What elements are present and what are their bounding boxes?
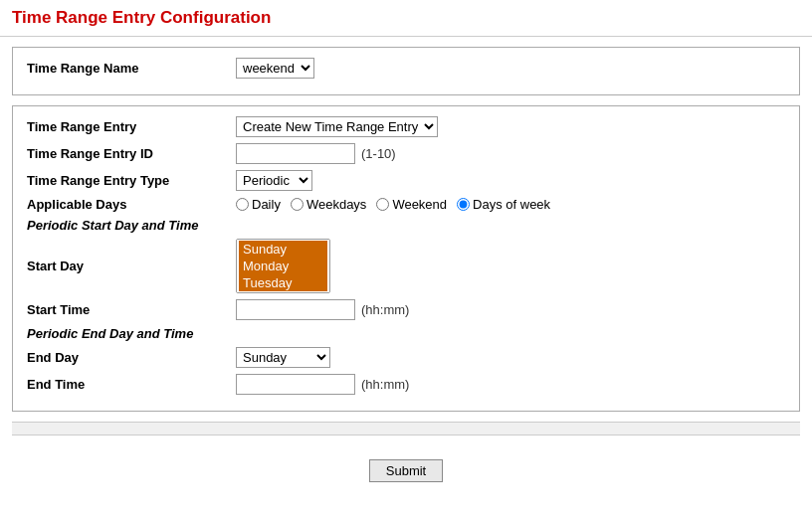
radio-days-of-week[interactable] xyxy=(457,198,470,211)
radio-weekdays-label: Weekdays xyxy=(306,197,366,212)
end-day-row: End Day Sunday Monday Tuesday Wednesday … xyxy=(27,347,785,368)
entry-id-hint: (1-10) xyxy=(361,146,396,161)
applicable-days-control: Daily Weekdays Weekend Days of week xyxy=(236,197,550,212)
time-range-name-select[interactable]: weekend weekday daily xyxy=(236,58,314,79)
radio-weekend-item: Weekend xyxy=(376,197,447,212)
time-range-entry-row: Time Range Entry Create New Time Range E… xyxy=(27,116,785,137)
entry-type-label: Time Range Entry Type xyxy=(27,173,236,188)
radio-daily-label: Daily xyxy=(252,197,281,212)
scrollbar-area[interactable] xyxy=(12,422,800,435)
entry-section: Time Range Entry Create New Time Range E… xyxy=(12,105,800,412)
start-time-control: (hh:mm) xyxy=(236,299,409,320)
applicable-days-row: Applicable Days Daily Weekdays Weekend D… xyxy=(27,197,785,212)
end-day-control: Sunday Monday Tuesday Wednesday Thursday… xyxy=(236,347,330,368)
page-header: Time Range Entry Configuration xyxy=(0,0,812,37)
page-content: Time Range Name weekend weekday daily Ti… xyxy=(0,37,812,502)
start-day-select[interactable]: Sunday Monday Tuesday Wednesday Thursday… xyxy=(236,239,330,293)
time-range-name-row: Time Range Name weekend weekday daily xyxy=(27,58,785,79)
submit-area: Submit xyxy=(12,443,800,492)
radio-days-of-week-label: Days of week xyxy=(473,197,550,212)
end-time-label: End Time xyxy=(27,377,236,392)
time-range-entry-label: Time Range Entry xyxy=(27,119,236,134)
start-day-label: Start Day xyxy=(27,259,236,273)
time-range-entry-control: Create New Time Range Entry xyxy=(236,116,438,137)
periodic-end-label: Periodic End Day and Time xyxy=(27,326,236,341)
submit-button[interactable]: Submit xyxy=(369,459,443,482)
entry-type-control: Periodic Absolute xyxy=(236,170,312,191)
time-range-name-label: Time Range Name xyxy=(27,61,236,76)
end-time-input[interactable] xyxy=(236,374,355,395)
radio-weekdays-item: Weekdays xyxy=(291,197,366,212)
periodic-start-label: Periodic Start Day and Time xyxy=(27,218,236,233)
time-range-entry-select[interactable]: Create New Time Range Entry xyxy=(236,116,438,137)
page-title: Time Range Entry Configuration xyxy=(12,8,800,28)
entry-id-control: (1-10) xyxy=(236,143,396,164)
radio-weekdays[interactable] xyxy=(291,198,304,211)
end-day-select[interactable]: Sunday Monday Tuesday Wednesday Thursday… xyxy=(236,347,330,368)
start-time-input[interactable] xyxy=(236,299,355,320)
radio-weekend-label: Weekend xyxy=(392,197,447,212)
periodic-start-row: Periodic Start Day and Time xyxy=(27,218,785,233)
time-range-name-control: weekend weekday daily xyxy=(236,58,314,79)
entry-type-row: Time Range Entry Type Periodic Absolute xyxy=(27,170,785,191)
entry-id-input[interactable] xyxy=(236,143,355,164)
applicable-days-label: Applicable Days xyxy=(27,197,236,212)
radio-days-of-week-item: Days of week xyxy=(457,197,550,212)
start-time-label: Start Time xyxy=(27,302,236,317)
radio-daily-item: Daily xyxy=(236,197,281,212)
end-time-hint: (hh:mm) xyxy=(361,377,409,392)
time-range-name-section: Time Range Name weekend weekday daily xyxy=(12,47,800,95)
start-day-control: Sunday Monday Tuesday Wednesday Thursday… xyxy=(236,239,330,293)
entry-type-select[interactable]: Periodic Absolute xyxy=(236,170,312,191)
end-time-row: End Time (hh:mm) xyxy=(27,374,785,395)
start-time-row: Start Time (hh:mm) xyxy=(27,299,785,320)
end-time-control: (hh:mm) xyxy=(236,374,409,395)
periodic-end-row: Periodic End Day and Time xyxy=(27,326,785,341)
entry-id-row: Time Range Entry ID (1-10) xyxy=(27,143,785,164)
end-day-label: End Day xyxy=(27,350,236,365)
radio-daily[interactable] xyxy=(236,198,249,211)
start-day-row: Start Day Sunday Monday Tuesday Wednesda… xyxy=(27,239,785,293)
entry-id-label: Time Range Entry ID xyxy=(27,146,236,161)
radio-weekend[interactable] xyxy=(376,198,389,211)
start-time-hint: (hh:mm) xyxy=(361,302,409,317)
